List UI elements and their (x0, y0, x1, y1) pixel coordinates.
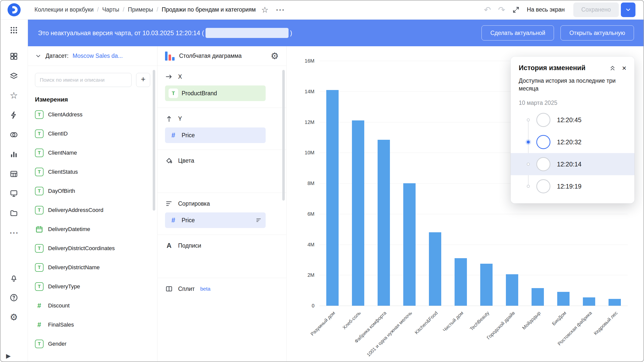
saved-button[interactable]: Сохранено (573, 3, 619, 17)
history-title: История изменений (519, 64, 585, 72)
text-field-icon: T (35, 149, 44, 157)
charts-icon[interactable] (7, 147, 21, 161)
dataset-field[interactable]: TGender (35, 334, 150, 353)
bar[interactable] (532, 288, 544, 306)
dataset-field[interactable]: TDeliveryAddressCoord (35, 201, 150, 220)
y-axis-label: 16M (305, 58, 314, 64)
undo-icon[interactable]: ↶ (484, 5, 491, 15)
x-field-chip[interactable]: T ProductBrand (165, 85, 266, 101)
history-item[interactable]: 12:20:14 (511, 153, 634, 175)
dataset-field[interactable]: TClientID (35, 124, 150, 143)
field-name: FinalSales (48, 322, 74, 328)
save-dropdown-button[interactable] (621, 3, 635, 17)
dataset-panel-header[interactable]: Датасет: Moscow Sales da... (28, 46, 157, 66)
labels-section[interactable]: A Подписи (157, 235, 286, 278)
history-item[interactable]: 12:20:32 (511, 131, 634, 153)
sort-field-chip[interactable]: # Price (165, 212, 266, 228)
datalens-logo[interactable] (0, 3, 28, 17)
close-icon[interactable]: × (622, 64, 626, 72)
bar[interactable] (583, 297, 595, 306)
dataset-field[interactable]: DeliveryDatetime (35, 220, 150, 239)
settings-gear-icon[interactable]: ⚙ (7, 310, 21, 324)
text-field-icon: T (35, 129, 44, 138)
avatar (536, 157, 550, 171)
collapse-rail-icon[interactable]: ▶ (6, 352, 11, 359)
dataset-field[interactable]: #Discount (35, 296, 150, 315)
add-field-button[interactable]: + (136, 73, 150, 87)
sort-chip-label: Price (182, 217, 195, 224)
collapse-icon[interactable] (609, 65, 616, 71)
favorite-star-icon[interactable]: ☆ (261, 5, 269, 15)
chart-type-header[interactable]: Столбчатая диаграмма ⚙ (157, 46, 286, 66)
fullscreen-label[interactable]: На весь экран (527, 6, 565, 13)
history-item[interactable]: 12:20:45 (511, 109, 634, 131)
bar[interactable] (403, 183, 416, 306)
field-name: DeliveryType (48, 283, 80, 290)
datasets-icon[interactable] (7, 128, 21, 142)
config-scrollbar[interactable] (282, 70, 285, 201)
dataset-scrollbar[interactable] (153, 70, 155, 211)
open-actual-button[interactable]: Открыть актуальную (560, 25, 634, 40)
workbooks-icon[interactable] (7, 69, 21, 83)
bar[interactable] (455, 258, 467, 306)
x-axis-label: Разумный дом (300, 310, 332, 316)
bar[interactable] (609, 299, 621, 306)
redacted-text (206, 28, 289, 38)
bar[interactable] (378, 140, 390, 306)
dataset-field[interactable]: TClientStatus (35, 162, 150, 182)
history-item[interactable]: 12:19:19 (511, 175, 634, 197)
bar[interactable] (352, 120, 364, 306)
bar[interactable] (326, 90, 339, 306)
bar-slot (371, 61, 396, 306)
dataset-field[interactable]: TDeliveryType (35, 277, 150, 296)
chart-settings-gear-icon[interactable]: ⚙ (271, 52, 279, 61)
history-panel: История изменений × Доступна история за … (511, 57, 634, 203)
history-list: 12:20:4512:20:3212:20:1412:19:19 (511, 109, 634, 197)
x-axis-label: Чистый дом (434, 310, 461, 316)
bar[interactable] (506, 274, 518, 306)
dataset-field[interactable]: TClientAddress (35, 105, 150, 124)
y-field-chip[interactable]: # Price (165, 127, 266, 143)
y-axis-label: 12M (305, 119, 314, 125)
make-actual-button[interactable]: Сделать актуальной (481, 25, 554, 40)
avatar (536, 113, 550, 127)
colors-section[interactable]: Цвета (157, 150, 286, 193)
more-menu-icon[interactable]: ⋯ (275, 7, 285, 12)
bar[interactable] (429, 232, 441, 306)
breadcrumb-item[interactable]: Примеры (128, 6, 153, 13)
connections-icon[interactable] (7, 108, 21, 122)
breadcrumb-item[interactable]: Чарты (102, 6, 119, 13)
tables-icon[interactable] (7, 167, 21, 181)
breadcrumb-item: Продажи по брендам и категориям (162, 6, 256, 13)
x-axis-labels: Разумный домХлеб-сольФабрика комфорта100… (319, 306, 628, 361)
split-section[interactable]: Сплит beta (157, 278, 286, 303)
notifications-bell-icon[interactable] (7, 271, 21, 285)
dataset-field[interactable]: #FinalSales (35, 315, 150, 334)
folder-icon[interactable] (7, 206, 21, 220)
favorites-icon[interactable]: ☆ (7, 88, 21, 103)
dataset-field[interactable]: TDeliveryDistrictCoordinates (35, 239, 150, 258)
sort-direction-icon[interactable] (256, 217, 262, 223)
bar[interactable] (557, 292, 570, 306)
dataset-field[interactable]: TDeliveryDistrictName (35, 258, 150, 277)
x-axis-label: Кедровый лес (584, 310, 615, 316)
redo-icon[interactable]: ↷ (498, 5, 505, 15)
number-field-icon: # (169, 131, 178, 139)
help-icon[interactable] (7, 291, 21, 305)
number-field-icon: # (35, 321, 44, 329)
collections-icon[interactable] (7, 49, 21, 63)
dashboards-icon[interactable] (7, 187, 21, 201)
field-name: ClientAddress (48, 111, 83, 118)
breadcrumb-item[interactable]: Коллекции и воркбуки (34, 6, 94, 13)
field-search-input[interactable] (35, 73, 132, 87)
dataset-field[interactable]: TClientName (35, 143, 150, 162)
rail-more-icon[interactable]: ⋯ (7, 226, 21, 240)
dataset-name-link[interactable]: Moscow Sales da... (72, 53, 123, 59)
fullscreen-icon[interactable] (512, 6, 520, 14)
bar[interactable] (480, 264, 493, 306)
apps-grid-icon[interactable] (7, 23, 21, 37)
dataset-field[interactable]: TDayOfBirth (35, 182, 150, 201)
chevron-down-icon (625, 7, 631, 13)
text-field-icon: T (35, 282, 44, 291)
bar-slot (319, 61, 345, 306)
